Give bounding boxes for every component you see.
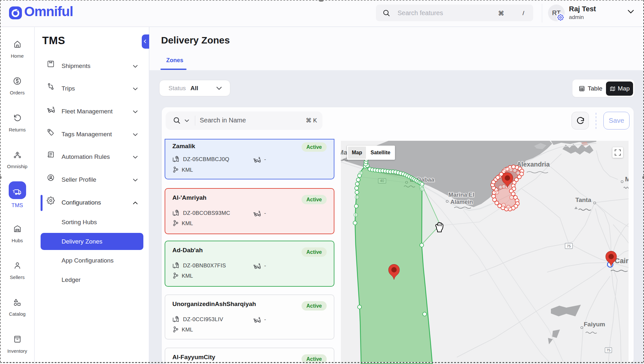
svg-text:Cairo: Cairo <box>615 257 629 265</box>
svg-text:Tanta: Tanta <box>575 196 591 203</box>
svg-text:Alamein: Alamein <box>450 199 473 205</box>
svg-text:Faiyum: Faiyum <box>584 321 605 328</box>
svg-text:M: M <box>625 175 629 183</box>
svg-text:75: 75 <box>606 348 610 352</box>
svg-text:Alexandria: Alexandria <box>517 161 550 168</box>
svg-text:Marina El: Marina El <box>448 192 474 198</box>
svg-text:75: 75 <box>567 244 571 248</box>
